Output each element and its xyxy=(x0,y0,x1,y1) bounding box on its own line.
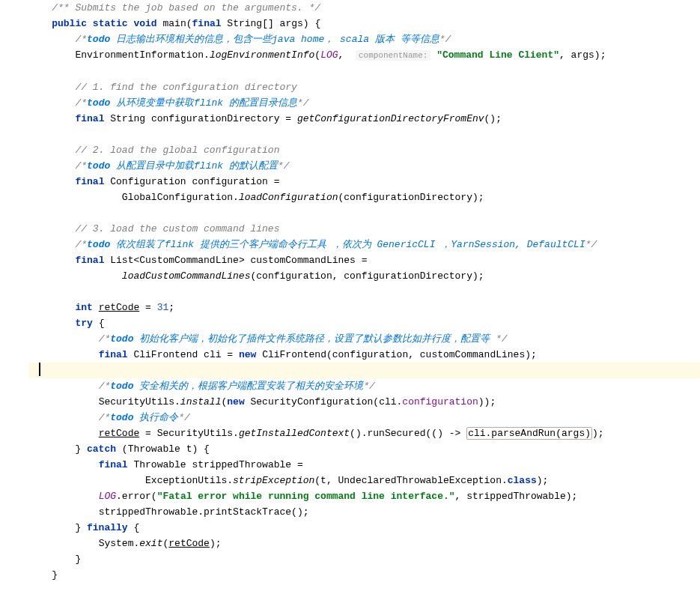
code-line[interactable]: try { xyxy=(28,315,700,331)
code-line[interactable]: /*todo 执行命令*/ xyxy=(28,410,700,425)
empty-line[interactable] xyxy=(28,127,700,142)
code-line[interactable]: retCode = SecurityUtils.getInstalledCont… xyxy=(28,425,700,441)
javadoc-comment: /** Submits the job based on the argumen… xyxy=(52,2,320,13)
code-line[interactable]: SecurityUtils.install(new SecurityConfig… xyxy=(28,394,700,410)
code-line[interactable]: /*todo 从环境变量中获取flink 的配置目录信息*/ xyxy=(28,95,700,111)
code-line[interactable]: /*todo 安全相关的，根据客户端配置安装了相关的安全环境*/ xyxy=(28,378,700,394)
code-content[interactable]: /** Submits the job based on the argumen… xyxy=(15,0,700,583)
code-line[interactable]: /*todo 初始化客户端，初始化了插件文件系统路径，设置了默认参数比如并行度，… xyxy=(28,331,700,347)
code-line[interactable]: } catch (Throwable t) { xyxy=(28,441,700,457)
code-line[interactable]: } finally { xyxy=(28,520,700,536)
code-line[interactable]: LOG.error("Fatal error while running com… xyxy=(28,488,700,504)
code-line[interactable]: /*todo 日志输出环境相关的信息，包含一些java home， scala … xyxy=(28,31,700,47)
empty-line[interactable] xyxy=(28,64,700,79)
code-line[interactable]: // 3. load the custom command lines xyxy=(28,221,700,237)
code-line[interactable]: System.exit(retCode); xyxy=(28,536,700,551)
code-line[interactable]: // 1. find the configuration directory xyxy=(28,79,700,95)
code-line[interactable]: final CliFrontend cli = new CliFrontend(… xyxy=(28,347,700,363)
code-line[interactable]: int retCode = 31; xyxy=(28,300,700,315)
code-line[interactable]: final Throwable strippedThrowable = xyxy=(28,457,700,473)
code-line[interactable]: /** Submits the job based on the argumen… xyxy=(28,0,700,16)
code-line[interactable]: // 2. load the global configuration xyxy=(28,142,700,158)
code-line[interactable]: final List<CustomCommandLine> customComm… xyxy=(28,252,700,268)
code-line[interactable]: loadCustomCommandLines(configuration, co… xyxy=(28,268,700,284)
empty-line[interactable] xyxy=(28,205,700,221)
code-line[interactable]: /*todo 从配置目录中加载flink 的默认配置*/ xyxy=(28,158,700,174)
param-hint: componentName: xyxy=(356,50,430,61)
code-line[interactable]: } xyxy=(28,551,700,567)
current-line[interactable] xyxy=(28,363,700,378)
cursor xyxy=(39,363,40,376)
code-line[interactable]: /*todo 依次组装了flink 提供的三个客户端命令行工具 ，依次为 Gen… xyxy=(28,237,700,252)
code-line[interactable]: EnvironmentInformation.logEnvironmentInf… xyxy=(28,47,700,64)
code-editor[interactable]: /** Submits the job based on the argumen… xyxy=(0,0,700,583)
code-line[interactable]: } xyxy=(28,567,700,583)
empty-line[interactable] xyxy=(28,284,700,300)
highlighted-expression: cli.parseAndRun(args) xyxy=(466,427,592,440)
code-line[interactable]: final Configuration configuration = xyxy=(28,174,700,190)
code-line[interactable]: strippedThrowable.printStackTrace(); xyxy=(28,504,700,520)
code-line[interactable]: ExceptionUtils.stripException(t, Undecla… xyxy=(28,473,700,488)
code-line[interactable]: public static void main(final String[] a… xyxy=(28,16,700,31)
code-line[interactable]: final String configurationDirectory = ge… xyxy=(28,111,700,127)
code-line[interactable]: GlobalConfiguration.loadConfiguration(co… xyxy=(28,190,700,205)
